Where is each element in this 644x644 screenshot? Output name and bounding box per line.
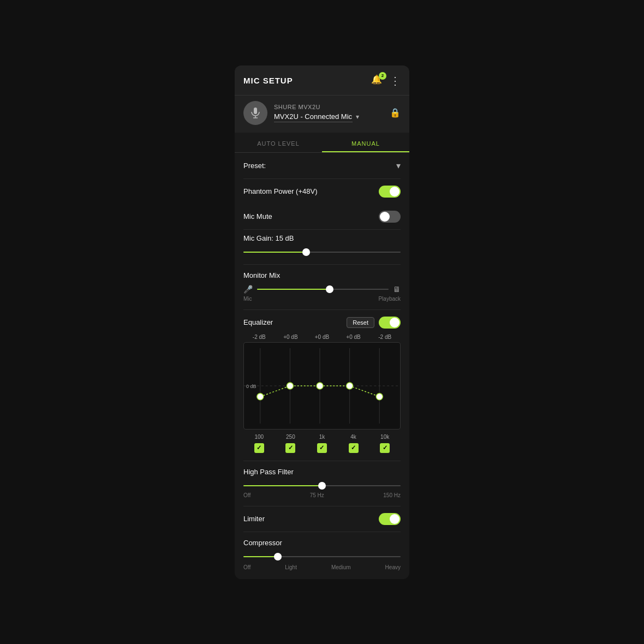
eq-freq-labels: 100 250 1k 4k 10k xyxy=(243,434,401,440)
device-row: SHURE MVX2U MVX2U - Connected Mic ▾ 🔒 xyxy=(235,95,409,133)
notification-bell[interactable]: 🔔 2 xyxy=(371,74,384,87)
eq-db-5: -2 dB xyxy=(369,334,401,340)
device-avatar xyxy=(243,101,267,125)
mic-gain-thumb[interactable] xyxy=(302,248,310,256)
hpf-thumb[interactable] xyxy=(318,482,326,490)
phantom-power-toggle[interactable] xyxy=(379,186,401,198)
comp-track xyxy=(243,556,401,557)
mic-mute-label: Mic Mute xyxy=(243,212,272,220)
compressor-section: Compressor Off Light Medium Heavy xyxy=(243,532,401,579)
tab-manual[interactable]: MANUAL xyxy=(322,133,409,152)
limiter-row: Limiter xyxy=(243,506,401,532)
hpf-section: High Pass Filter Off 75 Hz 150 Hz xyxy=(243,461,401,506)
monitor-mix-section: Monitor Mix 🎤 🖥 Mic Playback xyxy=(243,265,401,310)
eq-db-1: -2 dB xyxy=(243,334,275,340)
toggle-thumb xyxy=(390,318,399,327)
menu-button[interactable]: ⋮ xyxy=(390,74,401,87)
device-brand: SHURE MVX2U xyxy=(274,104,383,110)
dropdown-arrow-icon: ▾ xyxy=(356,113,359,121)
eq-checkbox-1[interactable]: ✓ xyxy=(254,443,264,453)
mic-gain-track xyxy=(243,252,401,253)
hpf-slider[interactable] xyxy=(243,481,401,490)
comp-labels: Off Light Medium Heavy xyxy=(243,564,401,570)
phantom-power-row: Phantom Power (+48V) xyxy=(243,179,401,204)
comp-off-label: Off xyxy=(243,564,251,570)
eq-db-2: +0 dB xyxy=(275,334,307,340)
eq-checkbox-2[interactable]: ✓ xyxy=(285,443,295,453)
device-info: SHURE MVX2U MVX2U - Connected Mic ▾ xyxy=(274,104,383,122)
eq-checkboxes: ✓ ✓ ✓ ✓ ✓ xyxy=(243,443,401,453)
svg-point-11 xyxy=(287,383,293,389)
mic-gain-section: Mic Gain: 15 dB xyxy=(243,230,401,265)
app-container: MIC SETUP 🔔 2 ⋮ SHURE MVX2U MVX2U - Conn… xyxy=(235,65,409,579)
mic-label: Mic xyxy=(243,296,252,302)
eq-freq-1: 100 xyxy=(243,434,275,440)
playback-monitor-icon: 🖥 xyxy=(393,285,401,294)
eq-chart: 0 dB xyxy=(243,342,401,430)
hpf-title: High Pass Filter xyxy=(243,468,401,476)
preset-row: Preset: ▾ xyxy=(243,153,401,179)
eq-toggle[interactable] xyxy=(379,317,401,329)
notification-badge: 2 xyxy=(379,72,386,80)
hpf-off-label: Off xyxy=(243,492,251,498)
hpf-max-label: 150 Hz xyxy=(383,492,401,498)
mic-avatar-icon xyxy=(249,106,262,120)
phantom-power-label: Phantom Power (+48V) xyxy=(243,187,317,195)
eq-db-4: +0 dB xyxy=(338,334,369,340)
monitor-thumb[interactable] xyxy=(326,285,333,293)
eq-checkbox-3[interactable]: ✓ xyxy=(317,443,327,453)
hpf-mid-label: 75 Hz xyxy=(310,492,324,498)
comp-fill xyxy=(243,556,278,557)
comp-medium-label: Medium xyxy=(331,564,351,570)
mic-mute-toggle[interactable] xyxy=(379,211,401,223)
limiter-toggle[interactable] xyxy=(379,513,401,525)
comp-thumb[interactable] xyxy=(274,553,282,560)
equalizer-section: Equalizer Reset -2 dB +0 dB +0 dB +0 dB … xyxy=(243,310,401,461)
content: Preset: ▾ Phantom Power (+48V) Mic Mute … xyxy=(235,153,409,579)
header: MIC SETUP 🔔 2 ⋮ xyxy=(235,65,409,95)
tab-auto-level[interactable]: AUTO LEVEL xyxy=(235,133,322,152)
device-select-row: MVX2U - Connected Mic ▾ xyxy=(274,111,383,122)
mic-mute-row: Mic Mute xyxy=(243,204,401,230)
eq-checkbox-5[interactable]: ✓ xyxy=(380,443,390,453)
svg-point-12 xyxy=(317,383,323,389)
eq-freq-5: 10k xyxy=(369,434,401,440)
svg-point-13 xyxy=(347,383,353,389)
mic-monitor-icon: 🎤 xyxy=(243,285,253,294)
svg-rect-0 xyxy=(254,108,257,114)
monitor-labels: Mic Playback xyxy=(243,296,401,302)
limiter-label: Limiter xyxy=(243,515,265,523)
comp-heavy-label: Heavy xyxy=(385,564,401,570)
compressor-slider[interactable] xyxy=(243,552,401,561)
preset-dropdown-icon[interactable]: ▾ xyxy=(396,160,401,171)
lock-icon[interactable]: 🔒 xyxy=(390,108,401,118)
toggle-thumb xyxy=(390,514,399,524)
eq-title: Equalizer xyxy=(243,318,347,326)
playback-label: Playback xyxy=(378,296,401,302)
mic-gain-slider[interactable] xyxy=(243,248,401,257)
device-select[interactable]: MVX2U - Connected Mic xyxy=(274,111,353,122)
hpf-track xyxy=(243,485,401,486)
eq-svg: 0 dB xyxy=(244,343,400,429)
mic-gain-label: Mic Gain: 15 dB xyxy=(243,234,401,242)
hpf-labels: Off 75 Hz 150 Hz xyxy=(243,492,401,498)
svg-point-14 xyxy=(376,393,383,399)
monitor-track xyxy=(257,289,389,290)
toggle-thumb xyxy=(380,212,390,222)
page-title: MIC SETUP xyxy=(243,76,293,85)
toggle-thumb xyxy=(390,187,399,196)
svg-point-10 xyxy=(257,393,264,399)
hpf-fill xyxy=(243,485,322,486)
comp-light-label: Light xyxy=(285,564,297,570)
compressor-title: Compressor xyxy=(243,539,401,547)
eq-db-3: +0 dB xyxy=(306,334,338,340)
eq-checkbox-4[interactable]: ✓ xyxy=(349,443,359,453)
mic-gain-fill xyxy=(243,252,306,253)
eq-reset-button[interactable]: Reset xyxy=(347,317,374,328)
monitor-mix-slider[interactable] xyxy=(257,285,389,294)
eq-freq-3: 1k xyxy=(306,434,338,440)
eq-freq-4: 4k xyxy=(338,434,369,440)
header-icons: 🔔 2 ⋮ xyxy=(371,74,401,87)
monitor-fill xyxy=(257,289,330,290)
svg-text:0 dB: 0 dB xyxy=(246,383,256,389)
